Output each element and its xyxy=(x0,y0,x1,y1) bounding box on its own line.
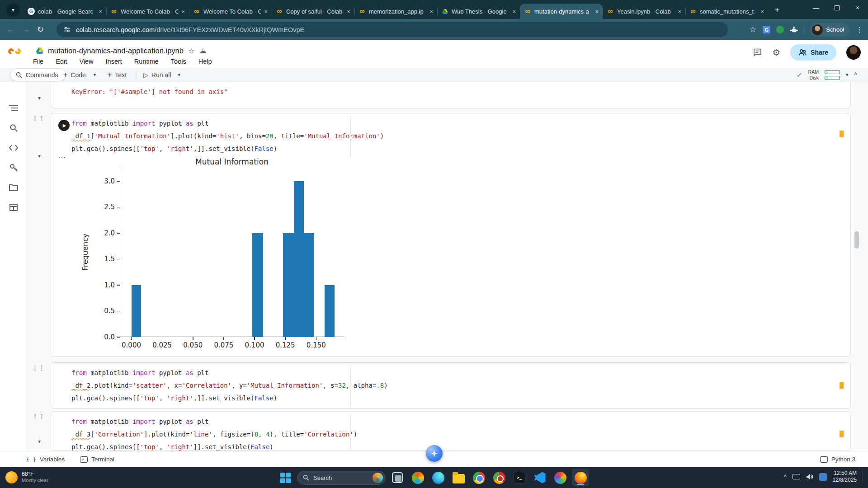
file-explorer-icon[interactable] xyxy=(450,469,467,486)
browser-tab[interactable]: ∞mutation-dynamics-a× xyxy=(520,4,603,19)
firefox-icon[interactable] xyxy=(572,469,589,486)
site-settings-icon[interactable] xyxy=(64,26,71,33)
cloud-saved-icon: ☁✓ xyxy=(199,46,207,56)
share-button[interactable]: Share xyxy=(790,44,836,61)
section-collapse-icon[interactable]: ▾ xyxy=(38,438,41,445)
tab-close-icon[interactable]: × xyxy=(181,8,185,15)
copilot-icon[interactable] xyxy=(409,469,426,486)
tray-app-icon[interactable] xyxy=(819,473,827,481)
extension-icon[interactable] xyxy=(776,26,784,33)
edge-icon[interactable] xyxy=(429,469,447,486)
execution-count[interactable]: [ ] xyxy=(33,116,49,122)
cast-monitor-icon[interactable] xyxy=(793,474,800,479)
tab-close-icon[interactable]: × xyxy=(429,8,433,15)
tab-close-icon[interactable]: × xyxy=(595,8,599,15)
code-editor[interactable]: from matplotlib import pyplot as plt_df_… xyxy=(71,366,388,404)
hidden-icons-chevron[interactable]: ^ xyxy=(784,474,787,480)
y-tick-label: 0.5 xyxy=(95,307,115,315)
add-text-button[interactable]: + Text xyxy=(108,68,127,81)
color-wheel-app-icon[interactable] xyxy=(552,469,569,486)
task-view-icon[interactable] xyxy=(389,469,406,486)
execution-count[interactable]: [ ] xyxy=(33,365,49,371)
menu-insert[interactable]: Insert xyxy=(106,58,122,65)
code-editor[interactable]: from matplotlib import pyplot as plt_df_… xyxy=(71,415,357,451)
back-icon[interactable]: ← xyxy=(6,25,14,34)
variables-button[interactable]: { } Variables xyxy=(26,456,65,463)
menu-edit[interactable]: Edit xyxy=(56,58,67,65)
output-collapse-icon[interactable]: ▾ xyxy=(38,153,41,159)
find-replace-icon[interactable] xyxy=(8,122,19,133)
tab-close-icon[interactable]: × xyxy=(264,8,268,15)
secrets-key-icon[interactable] xyxy=(8,162,19,173)
tab-title: Copy of saiful - Colab xyxy=(286,8,344,15)
url-bar[interactable]: colab.research.google.com/drive/1kI96FYE… xyxy=(57,22,728,37)
menu-tools[interactable]: Tools xyxy=(171,58,186,65)
browser-profile-chip[interactable]: School xyxy=(810,23,849,37)
bookmark-star-icon[interactable]: ☆ xyxy=(749,26,757,34)
data-table-icon[interactable] xyxy=(8,202,19,213)
browser-tab[interactable]: Wub Thesis - Google× xyxy=(437,4,520,19)
menu-file[interactable]: File xyxy=(33,58,43,65)
files-folder-icon[interactable] xyxy=(8,182,19,193)
new-tab-button[interactable]: + xyxy=(771,4,783,16)
taskbar-search[interactable]: Search xyxy=(297,471,386,485)
reload-icon[interactable]: ↻ xyxy=(37,24,44,34)
code-snippets-icon[interactable] xyxy=(8,142,19,153)
chrome-alt-icon[interactable] xyxy=(491,469,508,486)
collapse-header-icon[interactable]: ^ xyxy=(854,71,857,79)
tab-close-icon[interactable]: × xyxy=(760,8,764,15)
browser-tab[interactable]: ∞Welcome To Colab - C× xyxy=(189,4,272,19)
terminal-button[interactable]: >_ Terminal xyxy=(80,456,114,463)
terminal-app-icon[interactable]: >_ xyxy=(511,469,528,486)
add-code-button[interactable]: + Code ▾ xyxy=(63,68,96,81)
star-notebook-icon[interactable]: ☆ xyxy=(188,47,194,55)
tab-close-icon[interactable]: × xyxy=(678,8,681,15)
run-all-button[interactable]: ▷ Run all ▾ xyxy=(143,68,180,81)
taskbar-clock[interactable]: 12:50 AM 12/8/2025 xyxy=(833,470,857,483)
kernel-status[interactable]: Python 3 xyxy=(820,456,855,463)
tab-search-button[interactable]: ▾ xyxy=(6,3,20,17)
volume-icon[interactable] xyxy=(806,474,813,480)
commands-label: Commands xyxy=(26,71,58,79)
minimize-button[interactable]: — xyxy=(806,0,826,15)
gemini-spark-button[interactable] xyxy=(426,445,443,462)
resources-dropdown-icon[interactable]: ▾ xyxy=(846,72,849,78)
commands-button[interactable]: Commands xyxy=(10,68,66,81)
start-button[interactable] xyxy=(277,469,294,486)
settings-gear-icon[interactable]: ⚙ xyxy=(772,47,780,58)
account-avatar[interactable] xyxy=(846,45,861,60)
chrome-icon[interactable] xyxy=(470,469,487,486)
output-options-icon[interactable]: ⋯ xyxy=(58,153,66,162)
table-of-contents-icon[interactable] xyxy=(8,103,19,113)
notebook-title[interactable]: mutation-dynamics-and-application.ipynb xyxy=(48,47,184,55)
section-collapse-icon[interactable]: ▾ xyxy=(38,95,41,101)
browser-tab[interactable]: ∞memorization_app.ip× xyxy=(354,4,437,19)
menu-help[interactable]: Help xyxy=(198,58,212,65)
show-desktop-strip[interactable] xyxy=(863,470,864,483)
weather-widget[interactable]: 68°F Mostly clear xyxy=(5,471,48,483)
execution-count[interactable]: [ ] xyxy=(33,414,49,420)
code-editor[interactable]: from matplotlib import pyplot as plt_df_… xyxy=(71,117,384,155)
browser-tab[interactable]: Gcolab - Google Searc× xyxy=(24,4,106,19)
vscode-icon[interactable] xyxy=(531,469,548,486)
scrollbar-thumb[interactable] xyxy=(854,231,859,249)
comments-icon[interactable] xyxy=(753,48,762,57)
extensions-puzzle-icon[interactable] xyxy=(790,26,798,34)
translate-icon[interactable]: G xyxy=(763,26,770,33)
menu-view[interactable]: View xyxy=(79,58,93,65)
maximize-button[interactable] xyxy=(826,0,847,15)
tab-close-icon[interactable]: × xyxy=(512,8,516,15)
browser-tab[interactable]: ∞Yeasin.ipynb - Colab× xyxy=(603,4,685,19)
search-highlight-image[interactable] xyxy=(373,473,383,483)
tab-close-icon[interactable]: × xyxy=(347,8,350,15)
forward-icon[interactable]: → xyxy=(22,25,30,34)
tab-close-icon[interactable]: × xyxy=(99,8,102,15)
resource-gauges[interactable] xyxy=(825,70,840,80)
browser-tab[interactable]: ∞somatic_mutations_t× xyxy=(685,4,768,19)
browser-menu-kebab-icon[interactable]: ⋮ xyxy=(855,26,863,34)
run-cell-button[interactable]: ▶ xyxy=(58,120,70,131)
browser-tab[interactable]: ∞Welcome To Colab - C× xyxy=(106,4,189,19)
browser-tab[interactable]: ∞Copy of saiful - Colab× xyxy=(272,4,354,19)
menu-runtime[interactable]: Runtime xyxy=(134,58,159,65)
close-button[interactable]: × xyxy=(847,0,868,15)
